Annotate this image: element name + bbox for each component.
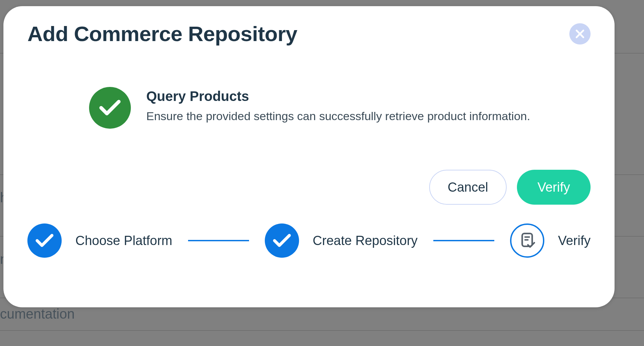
step-circle-current [510, 223, 544, 258]
step-circle-done [265, 223, 299, 258]
step-create-repository: Create Repository [265, 223, 418, 258]
close-button[interactable] [569, 23, 591, 44]
modal-title: Add Commerce Repository [27, 22, 297, 46]
step-label: Verify [558, 233, 591, 248]
status-description: Ensure the provided settings can success… [146, 108, 530, 125]
document-check-icon [519, 232, 536, 249]
checkmark-icon [36, 234, 53, 247]
modal-header: Add Commerce Repository [27, 22, 591, 46]
step-circle-done [27, 223, 62, 258]
checkmark-icon [99, 100, 121, 116]
step-connector [433, 240, 494, 241]
add-commerce-repository-modal: Add Commerce Repository Query Products E… [3, 6, 615, 307]
close-icon [574, 28, 586, 40]
status-heading: Query Products [146, 89, 530, 104]
verification-status-row: Query Products Ensure the provided setti… [27, 87, 591, 129]
step-choose-platform: Choose Platform [27, 223, 172, 258]
action-button-row: Cancel Verify [27, 170, 591, 205]
checkmark-icon [273, 234, 291, 247]
success-status-circle [89, 87, 131, 129]
step-connector [188, 240, 249, 241]
verify-button[interactable]: Verify [517, 170, 591, 205]
step-verify: Verify [510, 223, 591, 258]
step-label: Create Repository [313, 233, 418, 248]
status-text-block: Query Products Ensure the provided setti… [146, 87, 530, 125]
step-label: Choose Platform [75, 233, 172, 248]
progress-stepper: Choose Platform Create Repository V [27, 223, 591, 258]
cancel-button[interactable]: Cancel [429, 170, 507, 205]
